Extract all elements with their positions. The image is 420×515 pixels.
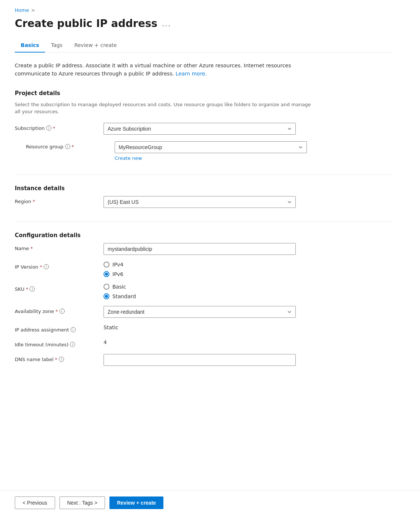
dns-name-label-control (104, 354, 296, 366)
previous-button[interactable]: < Previous (15, 497, 55, 509)
availability-zone-row: Availability zone * i Zone-redundant (15, 306, 392, 318)
subscription-dropdown[interactable]: Azure Subscription (104, 123, 296, 135)
standard-sku-option[interactable]: Standard (104, 293, 296, 299)
name-control (104, 243, 296, 255)
region-control: (US) East US (104, 196, 296, 208)
instance-details-heading: Instance details (15, 185, 392, 192)
resource-group-control: MyResourceGroup Create new (115, 141, 307, 161)
region-dropdown[interactable]: (US) East US (104, 196, 296, 208)
tabs-container: Basics Tags Review + create (15, 38, 392, 53)
project-details-section: Project details Select the subscription … (15, 90, 392, 161)
resource-group-info-icon[interactable]: i (65, 144, 70, 149)
subscription-control: Azure Subscription (104, 123, 296, 135)
ipv6-label: IPv6 (112, 271, 123, 277)
name-input[interactable] (104, 243, 296, 255)
idle-timeout-value: 4 (104, 337, 107, 345)
standard-sku-radio[interactable] (104, 293, 109, 299)
availability-zone-dropdown[interactable]: Zone-redundant (104, 306, 296, 318)
resource-group-row: Resource group i * MyResourceGroup Creat… (26, 141, 392, 161)
idle-timeout-control: 4 (104, 339, 296, 345)
page-description: Create a public IP address. Associate it… (15, 61, 311, 78)
sku-label: SKU * i (15, 284, 96, 292)
home-link[interactable]: Home (15, 7, 29, 13)
create-new-resource-group-link[interactable]: Create new (115, 155, 307, 161)
ipv6-radio[interactable] (104, 271, 109, 277)
resource-group-label: Resource group i * (26, 141, 107, 149)
dns-name-label-info-icon[interactable]: i (59, 357, 64, 362)
ip-version-info-icon[interactable]: i (44, 264, 49, 269)
ip-address-assignment-control: Static (104, 324, 296, 330)
next-tags-button[interactable]: Next : Tags > (60, 497, 105, 509)
subscription-info-icon[interactable]: i (46, 125, 51, 131)
more-options-icon[interactable]: ... (162, 19, 171, 28)
footer: < Previous Next : Tags > Review + create (0, 490, 420, 515)
dns-name-label-label: DNS name label * i (15, 354, 96, 362)
resource-group-dropdown[interactable]: MyResourceGroup (115, 141, 307, 153)
ip-address-assignment-info-icon[interactable]: i (71, 327, 76, 332)
page-title-row: Create public IP address ... (15, 17, 392, 30)
ipv4-option[interactable]: IPv4 (104, 262, 296, 267)
sku-control: Basic Standard (104, 284, 296, 299)
ipv6-option[interactable]: IPv6 (104, 271, 296, 277)
ip-version-control: IPv4 IPv6 (104, 262, 296, 277)
availability-zone-control: Zone-redundant (104, 306, 296, 318)
idle-timeout-info-icon[interactable]: i (70, 342, 75, 347)
basic-sku-radio[interactable] (104, 284, 109, 290)
sku-info-icon[interactable]: i (30, 286, 35, 292)
region-label: Region * (15, 196, 96, 204)
ip-address-assignment-value: Static (104, 322, 118, 330)
configuration-details-heading: Configuration details (15, 232, 392, 239)
project-details-heading: Project details (15, 90, 392, 97)
idle-timeout-row: Idle timeout (minutes) i 4 (15, 339, 392, 347)
tab-tags[interactable]: Tags (45, 38, 68, 53)
instance-details-section: Instance details Region * (US) East US (15, 185, 392, 208)
breadcrumb: Home > (15, 7, 392, 13)
configuration-details-section: Configuration details Name * IP Version … (15, 232, 392, 366)
name-row: Name * (15, 243, 392, 255)
dns-name-label-input[interactable] (104, 354, 296, 366)
availability-zone-info-icon[interactable]: i (60, 309, 65, 314)
ip-address-assignment-label: IP address assignment i (15, 324, 96, 333)
name-label: Name * (15, 243, 96, 251)
ipv4-label: IPv4 (112, 262, 123, 267)
ip-version-row: IP Version * i IPv4 IPv6 (15, 262, 392, 277)
ip-address-assignment-row: IP address assignment i Static (15, 324, 392, 333)
subscription-label: Subscription i * (15, 123, 96, 131)
learn-more-link[interactable]: Learn more. (176, 71, 207, 77)
basic-sku-option[interactable]: Basic (104, 284, 296, 290)
breadcrumb-separator: > (31, 8, 35, 13)
tab-review-create[interactable]: Review + create (68, 38, 123, 53)
divider-1 (15, 174, 392, 175)
dns-name-label-row: DNS name label * i (15, 354, 392, 366)
standard-sku-label: Standard (112, 293, 136, 299)
divider-2 (15, 221, 392, 222)
sku-row: SKU * i Basic Standard (15, 284, 392, 299)
subscription-row: Subscription i * Azure Subscription (15, 123, 392, 135)
basic-sku-label: Basic (112, 284, 126, 290)
availability-zone-label: Availability zone * i (15, 306, 96, 314)
review-create-button[interactable]: Review + create (109, 497, 163, 509)
ip-version-label: IP Version * i (15, 262, 96, 270)
ipv4-radio[interactable] (104, 262, 109, 267)
idle-timeout-label: Idle timeout (minutes) i (15, 339, 96, 347)
page-title: Create public IP address (15, 17, 158, 30)
tab-basics[interactable]: Basics (15, 38, 45, 53)
project-details-description: Select the subscription to manage deploy… (15, 101, 318, 115)
region-row: Region * (US) East US (15, 196, 392, 208)
